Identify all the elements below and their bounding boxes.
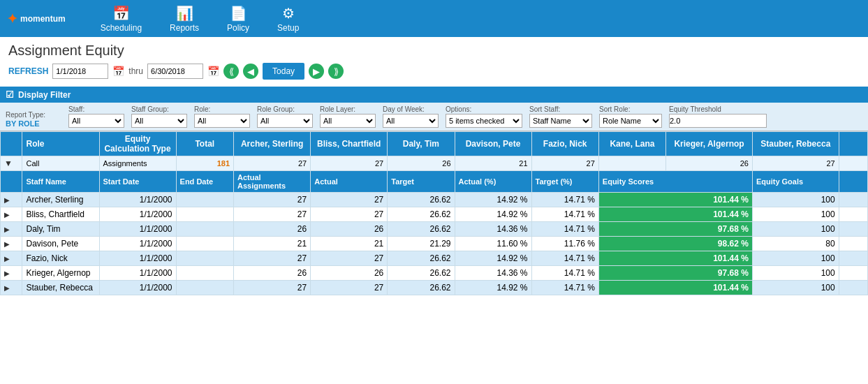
role-row: ▼ Call Assignments 181 27 27 26 21 27 26… [1,156,868,171]
page-title: Assignment Equity [8,43,860,59]
inner-th-expand [1,171,22,193]
equity-threshold-input[interactable] [669,114,767,128]
staff-expand-icon[interactable]: ▶ [4,226,10,233]
role-archer-cell: 27 [234,156,311,171]
options-label: Options: [446,105,522,113]
filter-section-label: Display Filter [18,90,71,100]
role-davison-cell: 21 [455,156,531,171]
sort-staff-select[interactable]: Staff Name [529,114,592,128]
staff-data-row: ▶Davison, Pete1/1/2000212121.2911.60 %11… [1,237,868,251]
filter-controls: Report Type: BY ROLE Staff: All Staff Gr… [0,103,868,131]
staff-expand-cell[interactable]: ▶ [1,251,22,266]
today-button[interactable]: Today [263,63,304,80]
sort-role-select[interactable]: Role Name [599,114,662,128]
staff-name-cell: Archer, Sterling [22,193,99,207]
top-nav: ✦ momentum 📅 Scheduling 📊 Reports 📄 Poli… [0,0,868,37]
inner-th-actual-pct: Actual (%) [455,171,531,193]
role-label: Role: [194,105,250,113]
staff-end-cell [176,193,234,207]
staff-extra-cell [839,251,867,266]
staff-label: Staff: [68,105,124,113]
staff-target-cell: 26.62 [388,207,455,222]
cal-to-icon[interactable]: 📅 [207,66,219,77]
inner-header-row: Staff Name Start Date End Date Actual As… [1,171,868,193]
role-expand-cell[interactable]: ▼ [1,156,22,171]
dow-group: Day of Week: All [383,105,439,128]
nav-policy[interactable]: 📄 Policy [213,1,263,37]
nav-policy-label: Policy [227,23,249,33]
staff-expand-icon[interactable]: ▶ [4,269,10,277]
staff-target-cell: 26.62 [388,251,455,266]
date-from-input[interactable] [52,64,108,79]
th-davison: Davison, Pete [455,132,531,156]
staff-select[interactable]: All [68,114,124,128]
options-select[interactable]: 5 items checked [446,114,522,128]
staff-equity-goal-cell: 100 [752,222,839,237]
prev-button[interactable]: ◀ [243,64,258,79]
staff-target-cell: 26.62 [388,222,455,237]
staff-expand-icon[interactable]: ▶ [4,284,10,292]
staff-equity-goal-cell: 100 [752,207,839,222]
next-next-button[interactable]: ⟫ [328,64,344,79]
staff-equity-score-cell: 101.44 % [598,193,752,207]
staff-expand-cell[interactable]: ▶ [1,207,22,222]
next-button[interactable]: ▶ [309,64,324,79]
staff-extra-cell [839,222,867,237]
refresh-button[interactable]: REFRESH [8,66,48,76]
staff-actual-assign-cell: 27 [234,251,311,266]
th-total: Total [176,132,234,156]
staff-name-cell: Stauber, Rebecca [22,281,99,295]
dow-select[interactable]: All [383,114,439,128]
staff-extra-cell [839,193,867,207]
staff-equity-score-cell: 101.44 % [598,207,752,222]
nav-scheduling[interactable]: 📅 Scheduling [87,1,156,37]
logo-star: ✦ [7,11,17,27]
staff-end-cell [176,281,234,295]
staff-actual-assign-cell: 21 [234,237,311,251]
th-bliss: Bliss, Chartfield [311,132,388,156]
report-type-label: Report Type: [6,111,61,119]
th-krieger: Krieger, Algernop [666,132,753,156]
prev-prev-button[interactable]: ⟪ [223,64,239,79]
staff-expand-cell[interactable]: ▶ [1,193,22,207]
reports-icon: 📊 [176,5,193,22]
nav-items: 📅 Scheduling 📊 Reports 📄 Policy ⚙ Setup [87,1,314,37]
staff-equity-score-cell: 97.68 % [598,266,752,281]
dow-label: Day of Week: [383,105,439,113]
filter-toggle-icon[interactable]: ☑ [6,89,14,100]
table-area: Role Equity Calculation Type Total Arche… [0,131,868,295]
sort-staff-label: Sort Staff: [529,105,592,113]
staff-target-pct-cell: 11.76 % [531,237,598,251]
equity-threshold-label: Equity Threshold [669,105,767,113]
role-group-label: Role Group: [257,105,313,113]
staff-expand-cell[interactable]: ▶ [1,222,22,237]
role-select[interactable]: All [194,114,250,128]
staff-data-row: ▶Stauber, Rebecca1/1/2000272726.6214.92 … [1,281,868,295]
staff-expand-cell[interactable]: ▶ [1,266,22,281]
role-layer-select[interactable]: All [320,114,376,128]
staff-equity-score-cell: 97.68 % [598,222,752,237]
role-group-select[interactable]: All [257,114,313,128]
nav-reports[interactable]: 📊 Reports [156,1,213,37]
role-group-filter: Role Group: All [257,105,313,128]
inner-th-target: Target [388,171,455,193]
date-to-input[interactable] [147,64,203,79]
staff-expand-icon[interactable]: ▶ [4,240,10,248]
staff-actual-assign-cell: 27 [234,207,311,222]
staff-expand-cell[interactable]: ▶ [1,281,22,295]
nav-reports-label: Reports [170,23,199,33]
role-layer-label: Role Layer: [320,105,376,113]
inner-th-end-date: End Date [176,171,234,193]
role-expand-icon[interactable]: ▼ [4,158,13,168]
staff-expand-icon[interactable]: ▶ [4,196,10,204]
nav-setup[interactable]: ⚙ Setup [263,1,313,37]
th-expand [1,132,22,156]
inner-th-start-date: Start Date [99,171,176,193]
staff-target-cell: 26.62 [388,266,455,281]
staff-expand-icon[interactable]: ▶ [4,255,10,263]
staff-expand-cell[interactable]: ▶ [1,237,22,251]
staff-expand-icon[interactable]: ▶ [4,211,10,219]
cal-from-icon[interactable]: 📅 [112,66,124,77]
staff-group-select[interactable]: All [131,114,187,128]
staff-equity-goal-cell: 80 [752,237,839,251]
